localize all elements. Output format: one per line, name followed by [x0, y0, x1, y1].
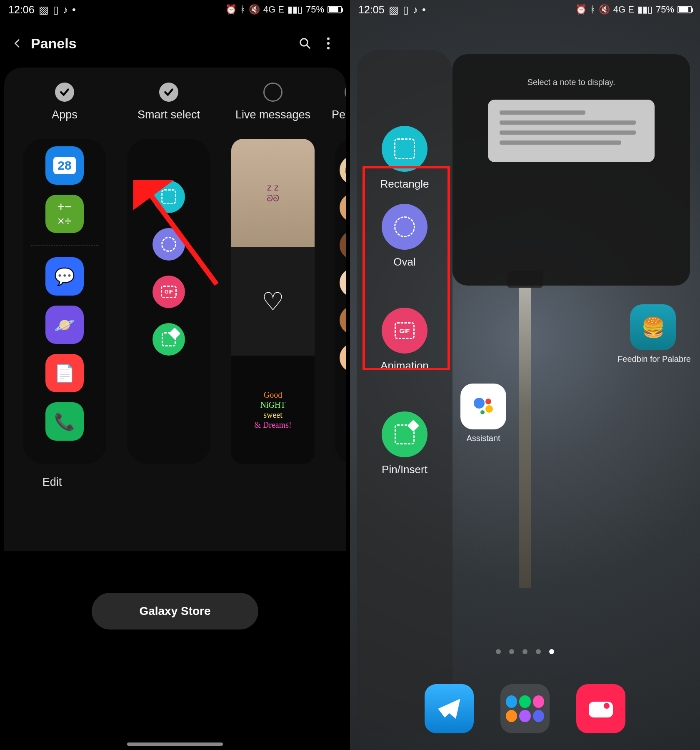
svg-point-3: [327, 42, 330, 45]
people-checkbox[interactable]: [345, 83, 346, 102]
folder-icon: [506, 695, 544, 722]
battery-text: 75%: [656, 4, 674, 15]
signal-icon: ▮▮▯: [638, 4, 652, 15]
rectangle-tool-icon: [152, 181, 185, 213]
paper-plane-icon: [436, 695, 462, 722]
oval-tool-icon: [152, 228, 185, 261]
search-button[interactable]: [293, 32, 317, 55]
assistant-app-icon[interactable]: [460, 384, 506, 429]
alarm-icon: ⏰: [225, 4, 237, 15]
smart-select-edge-panel: Rectangle Oval GIF Animation Pin/Insert: [357, 50, 452, 734]
pug-image: z zᘐᘐ: [231, 139, 315, 247]
dock: [425, 684, 625, 733]
statusbar: 12:06 ▧ ▯ ♪ • ⏰ ᚼ 🔇 4G E ▮▮▯ 75%: [0, 0, 350, 19]
pager-dot[interactable]: [536, 649, 541, 654]
alarm-icon: ⏰: [575, 4, 587, 15]
oval-tool-icon: [382, 204, 428, 250]
smart-select-preview[interactable]: GIF: [127, 139, 210, 464]
svg-rect-10: [589, 702, 613, 717]
panel-live-messages[interactable]: Live messages z zᘐᘐ ♡ Good NiGHT sweet &…: [229, 83, 317, 464]
battery-icon: [678, 6, 692, 13]
edge-item-rectangle[interactable]: Rectangle: [380, 126, 429, 191]
clock: 12:06: [8, 4, 35, 16]
svg-point-7: [485, 399, 491, 404]
battery-icon: [328, 6, 342, 13]
calendar-app-icon: 28: [45, 146, 84, 185]
battery-text: 75%: [306, 4, 324, 15]
panel-label: Smart select: [138, 108, 200, 121]
pager-dot[interactable]: [496, 649, 501, 654]
svg-point-11: [604, 703, 610, 709]
pager-dot[interactable]: [509, 649, 514, 654]
edge-item-pin-insert[interactable]: Pin/Insert: [382, 411, 428, 476]
network-label: 4G E: [613, 4, 634, 15]
notes-widget-message: Select a note to display.: [528, 78, 615, 87]
svg-line-1: [307, 45, 310, 48]
panel-apps[interactable]: Apps 28 +−×÷ 💬 🪐 📄 📞: [21, 83, 108, 464]
panel-label: Live messages: [235, 108, 310, 121]
check-icon: [163, 87, 174, 98]
contact-avatar: 🧔: [340, 231, 346, 260]
right-phone-edge-panel: 12:05 ▧ ▯ ♪ • ⏰ ᚼ 🔇 4G E ▮▮▯ 75% Select …: [350, 0, 700, 750]
smart-select-checkbox[interactable]: [159, 83, 178, 102]
galaxy-store-button[interactable]: Galaxy Store: [92, 593, 258, 630]
dot-icon: •: [422, 4, 426, 16]
image-icon: ▧: [39, 4, 49, 16]
messages-app-icon: 💬: [45, 257, 84, 296]
contact-avatar: 👩‍🦰: [340, 343, 346, 372]
apps-checkbox[interactable]: [55, 83, 74, 102]
live-messages-preview[interactable]: z zᘐᘐ ♡ Good NiGHT sweet & Dreams!: [231, 139, 315, 464]
pager-dot[interactable]: [549, 649, 554, 654]
feedbin-app-icon[interactable]: 🍔: [630, 304, 676, 350]
signal-icon: ▮▮▯: [288, 4, 302, 15]
gif-tool-icon: GIF: [152, 276, 185, 308]
panel-label: People: [332, 108, 346, 121]
svg-point-2: [327, 38, 330, 40]
panels-card: Apps 28 +−×÷ 💬 🪐 📄 📞 Smart select: [4, 68, 346, 551]
edit-link[interactable]: Edit: [4, 476, 346, 489]
pin-tool-icon: [152, 323, 185, 356]
phone-app-icon: 📞: [45, 402, 84, 441]
dock-camera-icon[interactable]: [576, 684, 625, 733]
notes-widget[interactable]: Select a note to display.: [452, 54, 690, 286]
more-button[interactable]: [317, 32, 340, 55]
back-button[interactable]: [8, 33, 28, 53]
mute-icon: 🔇: [599, 4, 610, 15]
dot-icon: •: [72, 4, 76, 16]
statusbar: 12:05 ▧ ▯ ♪ • ⏰ ᚼ 🔇 4G E ▮▮▯ 75%: [350, 0, 700, 19]
edge-item-oval[interactable]: Oval: [382, 204, 428, 268]
check-icon: [59, 87, 70, 98]
contact-avatar: 👩: [340, 268, 346, 297]
edge-item-animation[interactable]: GIF Animation: [380, 308, 429, 372]
svg-point-4: [327, 47, 330, 49]
bluetooth-icon: ᚼ: [240, 4, 245, 15]
titlebar: Panels: [0, 19, 350, 68]
panel-smart-select[interactable]: Smart select GIF: [125, 83, 212, 464]
panel-label: Apps: [52, 108, 78, 121]
apps-preview[interactable]: 28 +−×÷ 💬 🪐 📄 📞: [23, 139, 106, 464]
contact-avatar: 👨: [340, 306, 346, 335]
left-phone-panels-settings: 12:06 ▧ ▯ ♪ • ⏰ ᚼ 🔇 4G E ▮▮▯ 75% Panels: [0, 0, 350, 750]
rectangle-tool-icon: [382, 126, 428, 172]
pager-dot[interactable]: [522, 649, 528, 654]
contact-avatar: 👦: [340, 193, 346, 222]
dock-telegram-icon[interactable]: [425, 684, 474, 733]
calculator-app-icon: +−×÷: [45, 195, 84, 233]
camera-icon: [587, 698, 615, 719]
live-messages-checkbox[interactable]: [263, 83, 282, 102]
edge-label: Animation: [380, 359, 429, 372]
contact-avatar: 🧑: [340, 156, 346, 185]
feedbin-app-label: Feedbin for Palabre: [617, 354, 692, 364]
dock-folder[interactable]: [500, 684, 550, 733]
svg-point-8: [485, 405, 493, 413]
people-preview[interactable]: 🧑 👦 🧔 👩 👨 👩‍🦰: [335, 139, 346, 464]
edge-label: Oval: [393, 256, 415, 268]
image-icon: ▧: [389, 4, 399, 16]
panels-row: Apps 28 +−×÷ 💬 🪐 📄 📞 Smart select: [4, 83, 346, 464]
home-pager[interactable]: [496, 649, 554, 654]
assistant-app-label: Assistant: [446, 434, 521, 443]
panel-people[interactable]: People 🧑 👦 🧔 👩 👨 👩‍🦰: [333, 83, 346, 464]
gesture-bar: [127, 742, 223, 746]
network-label: 4G E: [263, 4, 284, 15]
sim-icon: ▯: [403, 4, 409, 16]
